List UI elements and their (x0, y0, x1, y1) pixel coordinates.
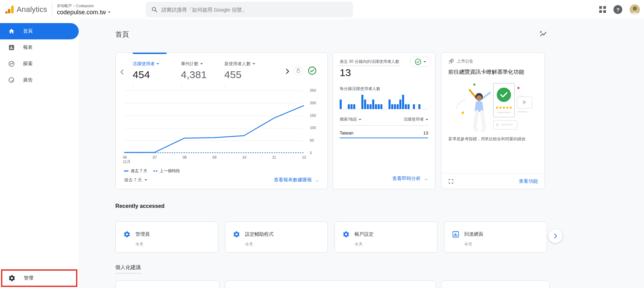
view-reports-link[interactable]: 查看報表數據匯報 → (274, 177, 319, 183)
suggestion-card[interactable] (115, 281, 220, 288)
announcement-tag: 上市公告 (457, 58, 473, 64)
metric-value: 454 (133, 69, 159, 80)
realtime-status-dropdown[interactable] (410, 57, 431, 67)
y-axis-ticks: 050100150200250 (310, 88, 323, 156)
legend-previous-period: 上一個時段 (153, 168, 180, 174)
recent-card-account-settings[interactable]: 帳戶設定 今天 (335, 221, 437, 253)
chevron-down-icon (359, 119, 361, 122)
metric-label: 活躍使用者 (133, 61, 155, 67)
sidebar-item-advertising[interactable]: 廣告 (0, 72, 79, 88)
header-divider (52, 4, 52, 15)
trend-chart: 050100150200250 (124, 88, 327, 156)
realtime-active-users: 13 (340, 67, 351, 78)
recent-card-label: 管理員 (135, 231, 150, 237)
sidebar-item-label: 廣告 (23, 77, 33, 83)
arrow-right-icon: → (315, 177, 319, 183)
metrics-prev-button[interactable] (118, 68, 126, 77)
chevron-down-icon (252, 63, 255, 66)
gear-icon (8, 274, 16, 282)
per-minute-bar-chart (340, 94, 429, 109)
link-label: 查看報表數據匯報 (274, 177, 312, 183)
dimension-label: 國家/地區 (340, 116, 357, 122)
sidebar-item-admin[interactable]: 管理 (1, 269, 77, 287)
suggestions-heading: 個人化建議 (115, 264, 141, 273)
view-feature-link[interactable]: 查看功能 (519, 178, 538, 184)
solid-line-swatch (124, 170, 129, 172)
diagnostics-grid-icon[interactable] (599, 6, 606, 13)
account-selector[interactable]: codepulse.com.tw (57, 9, 111, 16)
insights-icon[interactable] (537, 29, 548, 39)
expand-icon[interactable] (448, 179, 454, 184)
chevron-down-icon (200, 63, 203, 66)
metric-change: - (133, 84, 159, 88)
users-cell: 13 (423, 130, 428, 136)
chart-legend: 過去 7 天 上一個時段 (124, 168, 180, 174)
announcement-body: 基準是參考指標，用來比較你和同業的績效 (448, 136, 540, 142)
recent-card-landing-page[interactable]: 到達網頁 今天 (444, 221, 547, 253)
gear-icon (233, 231, 240, 238)
chevron-down-icon (423, 61, 426, 64)
overview-card: 活躍使用者 454 - 事件計數 4,381 - 新使用者人數 455 - (115, 52, 328, 189)
metric-selector[interactable]: 活躍使用者 (133, 61, 159, 67)
view-realtime-link[interactable]: 查看即時分析 → (392, 176, 428, 182)
recent-heading: Recently accessed (115, 203, 165, 209)
main-content: 首頁 活躍使用者 454 - 事件計數 4,381 - (79, 19, 644, 288)
link-label: 查看功能 (519, 178, 538, 184)
metric-change: - (181, 84, 207, 88)
sidebar-item-label: 探索 (23, 61, 33, 67)
realtime-card: 過去 30 分鐘內的活躍使用者人數 13 每分鐘活躍使用者人數 國家/地區 活躍… (333, 52, 435, 189)
check-circle-icon (415, 58, 421, 65)
breadcrumb-root: 所有帳戶 (57, 3, 72, 8)
recent-card-admin[interactable]: 管理員 今天 (115, 221, 218, 253)
search-input[interactable] (162, 7, 347, 13)
metric-selector[interactable]: 新使用者人數 (224, 61, 255, 67)
dimension-dropdown[interactable]: 國家/地區 (340, 116, 361, 122)
analytics-logo: Analytics (5, 5, 47, 14)
benchmark-medal-icon[interactable] (293, 66, 303, 77)
metric-dropdown[interactable]: 活躍使用者 (403, 116, 428, 122)
sidebar-item-reports[interactable]: 報表 (0, 39, 79, 56)
account-name: codepulse.com.tw (57, 9, 106, 16)
breadcrumb: 所有帳戶 › Codepulse (57, 3, 111, 8)
dashed-line-swatch (153, 170, 157, 172)
recent-next-button[interactable] (548, 229, 563, 243)
landing-page-icon (452, 231, 459, 238)
metric-label: 事件計數 (181, 61, 198, 67)
sidebar-item-explore[interactable]: 探索 (0, 56, 79, 72)
table-row: Taiwan 13 (340, 128, 428, 138)
avatar[interactable] (630, 4, 640, 15)
per-minute-label: 每分鐘活躍使用者人數 (340, 86, 380, 92)
analytics-logo-icon (5, 5, 14, 14)
date-range-dropdown[interactable]: 過去 7 天 (124, 177, 147, 183)
link-label: 查看即時分析 (392, 176, 421, 182)
selected-metric-indicator (133, 53, 167, 54)
announcement-card: 上市公告 前往總覽資訊卡瞭解基準化功能 (441, 52, 545, 189)
suggestion-card[interactable] (441, 281, 550, 288)
x-axis-ticks: 0611月070809101112 (124, 155, 307, 165)
recent-card-time: 今天 (355, 241, 374, 247)
metric-active-users: 活躍使用者 454 - (133, 61, 159, 88)
rocket-icon (448, 58, 454, 64)
metric-value: 4,381 (181, 69, 207, 80)
status-check-icon[interactable] (308, 66, 317, 76)
help-icon[interactable]: ? (613, 5, 622, 14)
recent-card-time: 今天 (135, 241, 150, 247)
chevron-down-icon (156, 63, 159, 66)
metric-event-count: 事件計數 4,381 - (181, 61, 207, 88)
metric-value: 455 (224, 69, 255, 80)
recent-card-label: 到達網頁 (464, 231, 483, 237)
header-actions: ? (599, 0, 640, 19)
metric-selector[interactable]: 事件計數 (181, 61, 207, 67)
metrics-next-button[interactable] (284, 68, 291, 76)
reports-icon (8, 44, 15, 51)
sidebar-item-label: 首頁 (23, 28, 33, 34)
suggestion-card[interactable] (225, 281, 436, 288)
legend-label: 上一個時段 (159, 168, 180, 174)
metric-new-users: 新使用者人數 455 - (224, 61, 255, 88)
home-icon (8, 28, 15, 35)
search-bar (146, 2, 353, 17)
metric-label: 活躍使用者 (403, 116, 424, 122)
sidebar-item-home[interactable]: 首頁 (0, 23, 79, 39)
gear-icon (123, 231, 131, 238)
recent-card-setup-assistant[interactable]: 設定輔助程式 今天 (225, 221, 328, 253)
